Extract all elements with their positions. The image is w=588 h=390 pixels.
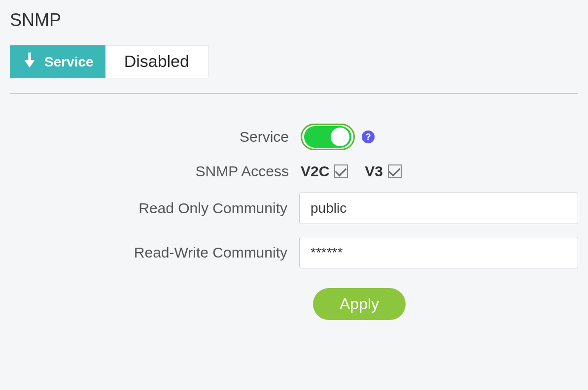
read-write-label: Read-Write Community — [10, 244, 299, 261]
read-write-row: Read-Write Community — [10, 237, 578, 268]
read-only-label: Read Only Community — [10, 200, 299, 217]
access-v3-label: V3 — [365, 163, 383, 180]
service-status-bar: Service Disabled — [10, 45, 578, 78]
arrow-down-icon — [22, 51, 37, 72]
help-icon[interactable]: ? — [362, 130, 375, 143]
access-option-v3: V3 — [365, 163, 402, 180]
service-toggle-label: Service — [10, 129, 301, 145]
read-write-input[interactable] — [299, 237, 578, 268]
service-toggle[interactable] — [304, 126, 351, 148]
service-tab-label: Service — [44, 54, 94, 70]
read-only-row: Read Only Community — [10, 193, 578, 224]
apply-row: Apply — [10, 288, 578, 320]
access-v2c-label: V2C — [301, 163, 329, 180]
service-toggle-row: Service ? — [10, 124, 578, 150]
snmp-access-row: SNMP Access V2C V3 — [10, 163, 578, 180]
service-tab[interactable]: Service — [10, 45, 105, 78]
access-v3-checkbox[interactable] — [388, 164, 402, 178]
access-option-v2c: V2C — [301, 163, 348, 180]
access-v2c-checkbox[interactable] — [334, 164, 348, 178]
read-only-input[interactable] — [299, 193, 578, 224]
toggle-knob — [331, 128, 349, 146]
service-status-value: Disabled — [105, 45, 208, 78]
apply-button[interactable]: Apply — [313, 288, 406, 320]
section-divider — [10, 93, 578, 94]
service-toggle-outline — [301, 124, 355, 150]
snmp-access-label: SNMP Access — [10, 163, 301, 180]
page-title: SNMP — [10, 10, 578, 31]
